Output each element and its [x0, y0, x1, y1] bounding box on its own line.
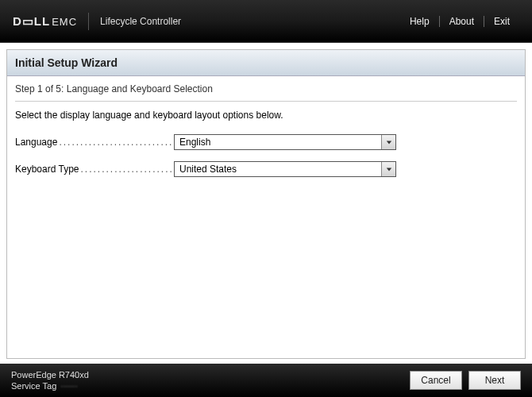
cancel-button[interactable]: Cancel	[410, 371, 462, 390]
exit-link[interactable]: Exit	[484, 16, 519, 27]
chevron-down-icon[interactable]	[381, 135, 395, 149]
svg-marker-0	[386, 141, 391, 144]
keyboard-label: Keyboard Type	[15, 164, 174, 175]
next-button[interactable]: Next	[468, 371, 521, 390]
wizard-title: Initial Setup Wizard	[7, 50, 525, 76]
language-row: Language English	[7, 132, 525, 152]
system-info: PowerEdge R740xd Service Tag ·······	[11, 370, 89, 391]
logo-divider	[88, 13, 89, 30]
service-tag: Service Tag ·······	[11, 381, 89, 391]
language-label: Language	[15, 137, 174, 148]
service-tag-value: ·······	[60, 381, 77, 391]
footer-buttons: Cancel Next	[410, 371, 521, 390]
top-header-bar: D▭LLEMC Lifecycle Controller Help About …	[0, 0, 532, 43]
chevron-down-icon[interactable]	[381, 162, 395, 176]
model-name: PowerEdge R740xd	[11, 370, 89, 380]
help-link[interactable]: Help	[400, 16, 439, 27]
wizard-panel: Initial Setup Wizard Step 1 of 5: Langua…	[6, 49, 526, 359]
product-title: Lifecycle Controller	[100, 16, 181, 27]
instruction-text: Select the display language and keyboard…	[7, 105, 525, 132]
keyboard-value: United States	[175, 162, 381, 176]
svg-marker-1	[386, 168, 391, 171]
logo-main: D▭LL	[13, 14, 50, 29]
language-value: English	[175, 135, 381, 149]
panel-divider	[15, 101, 517, 102]
keyboard-row: Keyboard Type United States	[7, 159, 525, 179]
bottom-bar: PowerEdge R740xd Service Tag ······· Can…	[0, 364, 532, 397]
top-links: Help About Exit	[400, 16, 519, 27]
keyboard-dropdown[interactable]: United States	[174, 161, 396, 177]
step-indicator: Step 1 of 5: Language and Keyboard Selec…	[7, 76, 525, 98]
language-dropdown[interactable]: English	[174, 134, 396, 150]
logo-sub: EMC	[52, 16, 77, 28]
brand-logo: D▭LLEMC	[13, 14, 77, 29]
about-link[interactable]: About	[440, 16, 484, 27]
service-tag-label: Service Tag	[11, 381, 56, 391]
